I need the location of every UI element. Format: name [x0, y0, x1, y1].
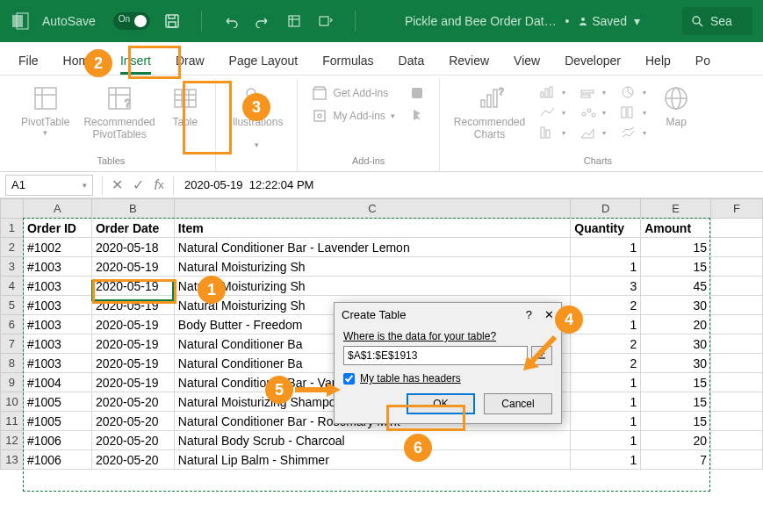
cell[interactable]: #1002 [23, 238, 91, 257]
cell[interactable]: 2020-05-19 [91, 373, 174, 392]
qat-icon-1[interactable] [284, 11, 304, 31]
cell[interactable]: 2020-05-19 [91, 354, 174, 373]
cell[interactable]: #1006 [23, 431, 91, 450]
cell[interactable]: 45 [641, 277, 711, 296]
cell[interactable] [711, 354, 763, 373]
cell[interactable]: 15 [641, 257, 711, 277]
col-header[interactable]: B [91, 199, 174, 219]
cell[interactable]: 2020-05-20 [91, 392, 174, 412]
tab-developer[interactable]: Developer [553, 47, 632, 75]
formula-input[interactable] [177, 178, 763, 191]
tab-draw[interactable]: Draw [164, 47, 216, 75]
cell[interactable]: 1 [571, 431, 641, 450]
cell[interactable]: 30 [641, 334, 711, 354]
cell[interactable]: 1 [571, 450, 641, 470]
pivottable-button[interactable]: PivotTable▾ [14, 81, 76, 139]
cell[interactable]: #1003 [23, 315, 91, 334]
cell[interactable]: 1 [571, 412, 641, 431]
cancel-button[interactable]: Cancel [484, 393, 552, 414]
maps-button[interactable]: Map [653, 81, 699, 130]
cell[interactable] [711, 277, 763, 296]
chart-type-1[interactable]: ▾ [536, 83, 569, 102]
undo-icon[interactable] [221, 11, 241, 31]
row-header[interactable]: 7 [1, 334, 24, 354]
cell[interactable]: 2020-05-19 [91, 277, 174, 296]
cell[interactable]: 15 [641, 238, 711, 257]
chart-type-6[interactable]: ▾ [576, 123, 609, 142]
qat-icon-2[interactable] [316, 11, 335, 31]
visio-icon[interactable] [406, 83, 428, 104]
tab-data[interactable]: Data [387, 47, 436, 75]
cell[interactable]: 15 [641, 412, 711, 431]
cell[interactable]: #1005 [23, 392, 91, 412]
recommended-pivottables-button[interactable]: ? Recommended PivotTables [76, 81, 162, 142]
col-header[interactable]: E [641, 199, 711, 219]
cell[interactable] [711, 392, 763, 412]
cell[interactable] [711, 373, 763, 392]
cell[interactable]: Natural Moisturizing Sh [174, 257, 570, 277]
cell[interactable]: 1 [571, 238, 641, 257]
cell[interactable]: #1004 [23, 373, 91, 392]
col-header[interactable]: F [711, 199, 763, 219]
cell[interactable]: Quantity [571, 219, 641, 238]
cell[interactable]: 2020-05-20 [91, 450, 174, 470]
cell[interactable] [711, 315, 763, 334]
cell[interactable]: 20 [641, 315, 711, 334]
cell[interactable]: #1003 [23, 257, 91, 277]
row-header[interactable]: 2 [1, 238, 24, 257]
cell[interactable] [711, 296, 763, 315]
cell[interactable]: 2020-05-19 [91, 334, 174, 354]
chart-type-8[interactable]: ▾ [616, 103, 650, 122]
row-header[interactable]: 11 [1, 412, 24, 431]
cell[interactable]: #1003 [23, 334, 91, 354]
row-header[interactable]: 12 [1, 431, 24, 450]
cell[interactable]: 7 [641, 450, 711, 470]
range-input[interactable] [343, 346, 528, 365]
tab-formulas[interactable]: Formulas [311, 47, 385, 75]
cell[interactable] [711, 238, 763, 257]
chart-type-4[interactable]: ▾ [576, 83, 609, 102]
cancel-formula-icon[interactable]: ✕ [106, 175, 127, 196]
cell[interactable]: 20 [641, 431, 711, 450]
cell[interactable]: Amount [641, 219, 711, 238]
row-header[interactable]: 10 [1, 392, 24, 412]
cell[interactable]: #1006 [23, 450, 91, 470]
cell[interactable] [711, 257, 763, 277]
cell[interactable]: Natural Moisturizing Sh [174, 277, 570, 296]
cell[interactable]: 1 [571, 392, 641, 412]
chart-type-2[interactable]: ▾ [536, 103, 569, 122]
get-addins-button[interactable]: Get Add-ins [308, 83, 398, 104]
headers-checkbox[interactable] [343, 373, 355, 385]
row-header[interactable]: 1 [1, 219, 24, 238]
cell[interactable]: Natural Conditioner Bar - Lavender Lemon [174, 238, 570, 257]
tab-help[interactable]: Help [634, 47, 682, 75]
row-header[interactable]: 4 [1, 277, 24, 296]
save-icon[interactable] [162, 11, 182, 31]
cell[interactable] [711, 450, 763, 470]
bing-icon[interactable] [406, 105, 428, 126]
row-header[interactable]: 9 [1, 373, 24, 392]
cell[interactable]: #1003 [23, 296, 91, 315]
cell[interactable]: 2020-05-20 [91, 431, 174, 450]
tab-page-layout[interactable]: Page Layout [218, 47, 310, 75]
col-header[interactable]: C [174, 199, 570, 219]
help-icon[interactable]: ? [526, 308, 532, 321]
search-box[interactable]: Sea [682, 7, 752, 35]
cell[interactable]: 1 [571, 257, 641, 277]
recommended-charts-button[interactable]: ? Recommended Charts [447, 81, 532, 142]
cell[interactable]: #1003 [23, 354, 91, 373]
tab-view[interactable]: View [502, 47, 551, 75]
tab-insert[interactable]: Insert [109, 47, 162, 75]
cell[interactable]: #1005 [23, 412, 91, 431]
cell[interactable] [711, 334, 763, 354]
cell[interactable]: 2020-05-19 [91, 315, 174, 334]
chart-type-9[interactable]: ▾ [616, 123, 650, 142]
my-addins-button[interactable]: My Add-ins ▾ [308, 105, 398, 126]
cell[interactable]: 15 [641, 373, 711, 392]
cell[interactable]: 30 [641, 296, 711, 315]
name-box[interactable]: A1 ▾ [5, 175, 93, 196]
cell[interactable]: 1 [571, 373, 641, 392]
fx-icon[interactable]: fx [148, 175, 169, 196]
cell[interactable]: 2020-05-19 [91, 296, 174, 315]
cell[interactable]: Item [174, 219, 570, 238]
